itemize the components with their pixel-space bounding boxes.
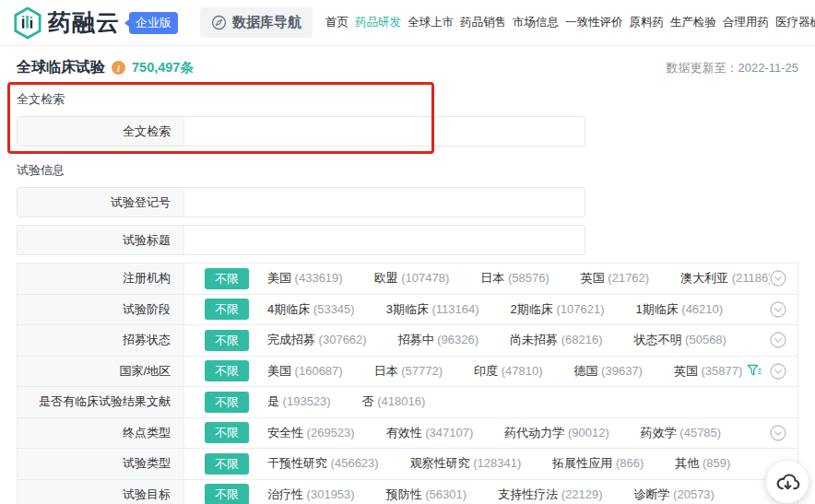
expand-chevron-icon[interactable] bbox=[770, 332, 786, 348]
filter-option[interactable]: 药效学 (45785) bbox=[641, 425, 721, 441]
filter-option[interactable]: 美国 (160687) bbox=[267, 363, 343, 380]
nav-item-1[interactable]: 首页 bbox=[325, 15, 348, 30]
filter-option[interactable]: 是 (193523) bbox=[267, 393, 331, 410]
cloud-download-button[interactable] bbox=[766, 461, 809, 503]
option-count: (113164) bbox=[429, 302, 479, 316]
filter-option[interactable]: 3期临床 (113164) bbox=[386, 301, 479, 318]
option-name: 状态不明 bbox=[634, 333, 682, 346]
expand-chevron-icon[interactable] bbox=[770, 363, 786, 380]
nav-item-2[interactable]: 药品研发 bbox=[355, 15, 401, 30]
field-input[interactable] bbox=[184, 226, 585, 254]
filter-option[interactable]: 观察性研究 (128341) bbox=[410, 455, 522, 472]
filter-option[interactable]: 美国 (433619) bbox=[267, 270, 343, 287]
option-count: (866) bbox=[612, 456, 644, 470]
filter-option[interactable]: 日本 (58576) bbox=[480, 270, 549, 287]
filter-option[interactable]: 欧盟 (107478) bbox=[374, 270, 450, 287]
option-name: 英国 bbox=[581, 271, 605, 285]
filter-option[interactable]: 尚未招募 (68216) bbox=[510, 332, 602, 348]
option-count: (301953) bbox=[303, 487, 355, 501]
filter-option[interactable]: 有效性 (347107) bbox=[386, 425, 474, 441]
filter-option[interactable]: 拓展性应用 (866) bbox=[552, 455, 644, 472]
filter-row: 注册机构不限美国 (433619)欧盟 (107478)日本 (58576)英国… bbox=[18, 264, 797, 295]
filter-label: 招募状态 bbox=[18, 325, 184, 356]
nav-item-6[interactable]: 一致性评价 bbox=[565, 15, 623, 30]
filter-option[interactable]: 澳大利亚 (21186) bbox=[680, 270, 770, 287]
compass-icon bbox=[211, 15, 227, 30]
filter-option[interactable]: 招募中 (96326) bbox=[398, 332, 478, 348]
unlimited-button[interactable]: 不限 bbox=[205, 299, 249, 320]
expand-chevron-icon[interactable] bbox=[770, 425, 786, 441]
unlimited-button[interactable]: 不限 bbox=[205, 268, 249, 289]
filter-row: 试验目标不限治疗性 (301953)预防性 (56301)支持性疗法 (2212… bbox=[18, 480, 797, 504]
filter-option[interactable]: 预防性 (56301) bbox=[386, 486, 467, 503]
option-name: 招募中 bbox=[398, 333, 434, 346]
option-count: (107621) bbox=[553, 302, 605, 316]
info-icon[interactable]: i bbox=[112, 61, 125, 75]
filter-option[interactable]: 英国 (35877) bbox=[674, 363, 742, 380]
nav-item-4[interactable]: 药品销售 bbox=[460, 15, 506, 30]
filter-option[interactable]: 否 (418016) bbox=[362, 393, 426, 410]
row-icons bbox=[747, 357, 797, 387]
unlimited-button[interactable]: 不限 bbox=[205, 392, 249, 413]
row-icons bbox=[770, 264, 797, 294]
filter-option[interactable]: 诊断学 (20573) bbox=[634, 486, 715, 503]
option-count: (90012) bbox=[564, 426, 608, 440]
option-name: 德国 bbox=[574, 364, 598, 378]
filter-funnel-icon[interactable] bbox=[747, 363, 762, 379]
filter-option[interactable]: 其他 (859) bbox=[675, 455, 730, 472]
filter-option[interactable]: 支持性疗法 (22129) bbox=[498, 486, 602, 503]
filter-option[interactable]: 完成招募 (307662) bbox=[267, 332, 367, 348]
filter-option[interactable]: 药代动力学 (90012) bbox=[504, 425, 608, 441]
filter-option[interactable]: 印度 (47810) bbox=[474, 363, 542, 380]
field-input[interactable] bbox=[184, 188, 585, 217]
nav-item-8[interactable]: 生产检验 bbox=[670, 15, 716, 30]
expand-chevron-icon[interactable] bbox=[770, 270, 786, 287]
filter-option[interactable]: 干预性研究 (456623) bbox=[267, 455, 379, 472]
option-count: (269523) bbox=[303, 426, 355, 440]
nav-item-5[interactable]: 市场信息 bbox=[513, 15, 559, 30]
fulltext-search-input[interactable] bbox=[184, 117, 585, 146]
filter-label: 终点类型 bbox=[18, 418, 184, 449]
expand-chevron-icon[interactable] bbox=[770, 301, 786, 318]
unlimited-button[interactable]: 不限 bbox=[205, 484, 249, 504]
nav-item-3[interactable]: 全球上市 bbox=[408, 15, 454, 30]
trial-info-section-label: 试验信息 bbox=[17, 162, 798, 179]
option-name: 否 bbox=[362, 394, 374, 408]
data-update-date: 数据更新至：2022-11-25 bbox=[666, 60, 798, 76]
filter-option[interactable]: 4期临床 (53345) bbox=[267, 301, 355, 318]
filter-option[interactable]: 英国 (21762) bbox=[581, 270, 649, 287]
fulltext-field-label: 全文检索 bbox=[18, 117, 184, 146]
option-name: 美国 bbox=[267, 364, 291, 378]
option-name: 澳大利亚 bbox=[680, 271, 728, 285]
filter-option[interactable]: 状态不明 (50568) bbox=[634, 332, 726, 348]
option-count: (57772) bbox=[398, 364, 443, 378]
option-count: (22129) bbox=[558, 487, 602, 501]
filter-label: 是否有临床试验结果文献 bbox=[18, 387, 184, 417]
option-name: 药代动力学 bbox=[504, 426, 564, 440]
nav-item-9[interactable]: 合理用药 bbox=[723, 15, 769, 30]
filter-option[interactable]: 治疗性 (301953) bbox=[267, 486, 355, 503]
filter-row: 试验类型不限干预性研究 (456623)观察性研究 (128341)拓展性应用 … bbox=[18, 449, 797, 480]
nav-item-10[interactable]: 医疗器械 bbox=[775, 15, 815, 30]
filter-option[interactable]: 1期临床 (46210) bbox=[635, 301, 723, 318]
filter-option[interactable]: 安全性 (269523) bbox=[267, 425, 355, 441]
filter-option[interactable]: 德国 (39637) bbox=[574, 363, 643, 380]
row-icons bbox=[770, 325, 797, 356]
option-count: (193523) bbox=[279, 394, 331, 408]
option-count: (128341) bbox=[470, 456, 522, 470]
top-navbar: 药融云 企业版 数据库导航 首页药品研发全球上市药品销售市场信息一致性评价原料药… bbox=[0, 0, 815, 46]
option-name: 支持性疗法 bbox=[498, 487, 558, 501]
filter-option[interactable]: 2期临床 (107621) bbox=[511, 301, 605, 318]
unlimited-button[interactable]: 不限 bbox=[205, 453, 249, 475]
unlimited-button[interactable]: 不限 bbox=[205, 360, 249, 381]
unlimited-button[interactable]: 不限 bbox=[205, 422, 249, 443]
unlimited-button[interactable]: 不限 bbox=[205, 330, 249, 351]
option-count: (160687) bbox=[291, 364, 343, 378]
database-nav-button[interactable]: 数据库导航 bbox=[200, 7, 313, 38]
nav-item-7[interactable]: 原料药 bbox=[630, 15, 665, 30]
brand-logo: 药融云 企业版 bbox=[13, 6, 178, 40]
filter-row: 招募状态不限完成招募 (307662)招募中 (96326)尚未招募 (6821… bbox=[18, 325, 797, 357]
filter-option[interactable]: 日本 (57772) bbox=[374, 363, 443, 380]
field-label: 试验标题 bbox=[18, 226, 184, 254]
filter-options: 不限4期临床 (53345)3期临床 (113164)2期临床 (107621)… bbox=[184, 295, 770, 325]
